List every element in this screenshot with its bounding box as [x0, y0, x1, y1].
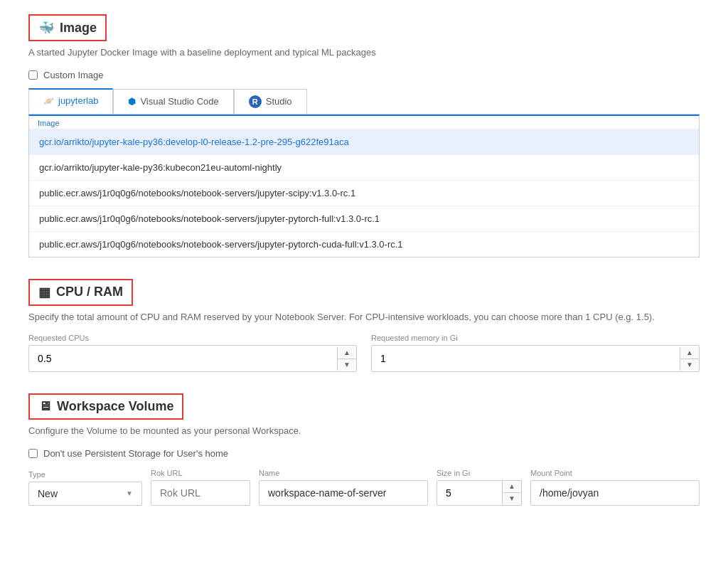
- rok-input-group: ⚙: [151, 480, 250, 506]
- size-increment[interactable]: ▲: [503, 481, 521, 493]
- custom-image-label: Custom Image: [43, 70, 104, 80]
- mount-field: Mount Point: [530, 469, 700, 506]
- dropdown-item-4[interactable]: public.ecr.aws/j1r0q0g6/notebooks/notebo…: [29, 232, 699, 257]
- rok-url-label: Rok URL: [151, 469, 250, 477]
- image-section: 🐳 Image A started Jupyter Docker Image w…: [28, 14, 700, 258]
- tab-rstudio-label: Studio: [266, 96, 292, 107]
- size-field: Size in Gi ▲ ▼: [437, 469, 522, 506]
- cpu-input-group: ▲ ▼: [28, 345, 357, 372]
- cpu-field: Requested CPUs ▲ ▼: [28, 334, 357, 372]
- dropdown-item-1[interactable]: gcr.io/arrikto/jupyter-kale-py36:kubecon…: [29, 155, 699, 181]
- image-tab-bar: 🪐 jupyterlab ⬢ Visual Studio Code R Stud…: [28, 89, 700, 115]
- cpu-label: Requested CPUs: [28, 334, 357, 342]
- cpu-ram-fields: Requested CPUs ▲ ▼ Requested memory in G…: [28, 334, 700, 372]
- memory-decrement[interactable]: ▼: [680, 359, 699, 371]
- name-label: Name: [259, 469, 428, 477]
- size-spinners: ▲ ▼: [502, 481, 521, 504]
- tab-jupyterlab-label: jupyterlab: [58, 95, 98, 106]
- rstudio-icon: R: [249, 95, 262, 108]
- memory-field: Requested memory in Gi ▲ ▼: [371, 334, 700, 372]
- image-description: A started Jupyter Docker Image with a ba…: [28, 46, 700, 60]
- type-label: Type: [28, 470, 142, 479]
- cpu-header-title: CPU / RAM: [56, 285, 123, 299]
- cpu-decrement[interactable]: ▼: [338, 359, 356, 371]
- image-icon: 🐳: [38, 20, 54, 36]
- memory-input[interactable]: [372, 346, 680, 371]
- image-header-title: Image: [60, 21, 97, 36]
- tab-vscode-label: Visual Studio Code: [140, 96, 218, 107]
- name-field: Name: [259, 469, 428, 506]
- tab-jupyterlab[interactable]: 🪐 jupyterlab: [28, 88, 113, 114]
- workspace-description: Configure the Volume to be mounted as yo…: [28, 424, 700, 438]
- memory-label: Requested memory in Gi: [371, 334, 700, 342]
- cpu-description: Specify the total amount of CPU and RAM …: [28, 310, 700, 324]
- dropdown-item-2[interactable]: public.ecr.aws/j1r0q0g6/notebooks/notebo…: [29, 181, 699, 206]
- no-storage-row: Don't use Persistent Storage for User's …: [28, 448, 700, 459]
- rok-url-field: Rok URL ⚙: [151, 469, 250, 506]
- memory-input-group: ▲ ▼: [371, 345, 700, 372]
- size-label: Size in Gi: [437, 469, 522, 477]
- cpu-increment[interactable]: ▲: [338, 347, 356, 359]
- type-select[interactable]: New ▼: [28, 482, 142, 506]
- dropdown-label: Image: [29, 116, 699, 129]
- custom-image-checkbox[interactable]: [28, 70, 38, 80]
- tab-rstudio[interactable]: R Studio: [234, 89, 307, 114]
- image-dropdown: Image gcr.io/arrikto/jupyter-kale-py36:d…: [28, 115, 700, 258]
- volume-fields: Type New ▼ Rok URL ⚙ Name Size in Gi ▲: [28, 469, 700, 506]
- custom-image-row: Custom Image: [28, 70, 700, 80]
- mount-label: Mount Point: [530, 469, 700, 477]
- cpu-icon: ▦: [38, 285, 50, 300]
- type-chevron-icon: ▼: [126, 489, 133, 497]
- size-input-group: ▲ ▼: [437, 480, 522, 506]
- cpu-section: ▦ CPU / RAM Specify the total amount of …: [28, 279, 700, 373]
- image-section-header: 🐳 Image: [28, 14, 107, 41]
- size-input[interactable]: [437, 481, 502, 505]
- vscode-icon: ⬢: [128, 96, 136, 107]
- size-decrement[interactable]: ▼: [503, 493, 521, 504]
- dropdown-item-3[interactable]: public.ecr.aws/j1r0q0g6/notebooks/notebo…: [29, 206, 699, 232]
- memory-increment[interactable]: ▲: [680, 347, 699, 359]
- workspace-header-title: Workspace Volume: [57, 399, 173, 414]
- workspace-section: 🖥 Workspace Volume Configure the Volume …: [28, 393, 700, 506]
- no-storage-label: Don't use Persistent Storage for User's …: [43, 448, 228, 459]
- dropdown-item-0[interactable]: gcr.io/arrikto/jupyter-kale-py36:develop…: [29, 129, 699, 155]
- type-value: New: [38, 488, 58, 499]
- workspace-section-header: 🖥 Workspace Volume: [28, 393, 183, 420]
- tab-vscode[interactable]: ⬢ Visual Studio Code: [113, 89, 233, 114]
- rok-url-input[interactable]: [151, 481, 250, 505]
- workspace-icon: 🖥: [38, 399, 51, 414]
- cpu-spinners: ▲ ▼: [337, 347, 356, 371]
- jupyterlab-icon: 🪐: [43, 96, 54, 106]
- cpu-section-header: ▦ CPU / RAM: [28, 279, 133, 306]
- memory-spinners: ▲ ▼: [680, 347, 699, 371]
- cpu-input[interactable]: [29, 346, 337, 371]
- name-input[interactable]: [259, 480, 428, 506]
- type-field: Type New ▼: [28, 470, 142, 506]
- no-storage-checkbox[interactable]: [28, 449, 38, 458]
- mount-input[interactable]: [530, 480, 700, 506]
